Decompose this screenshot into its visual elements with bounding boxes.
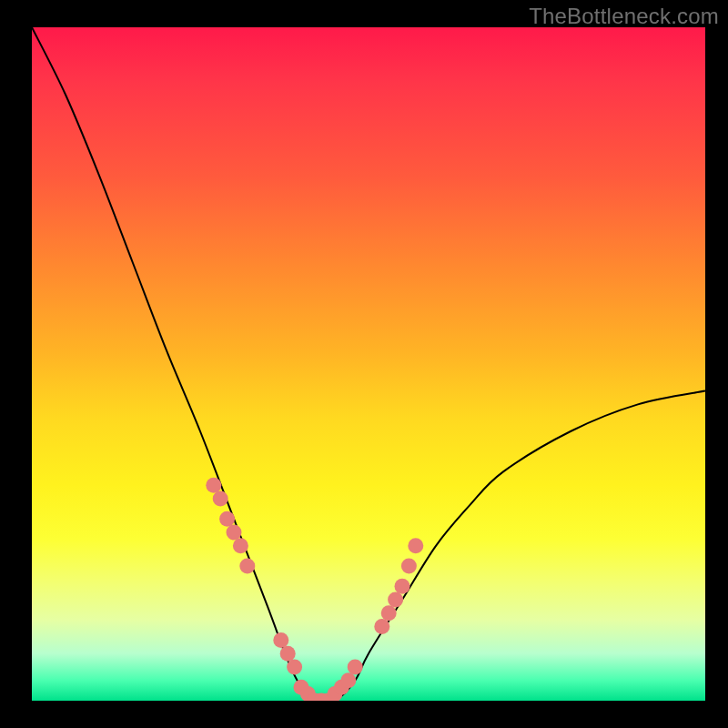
chart-frame: TheBottleneck.com <box>0 0 728 728</box>
marker-dot <box>401 559 417 574</box>
curve-layer <box>32 27 705 701</box>
marker-dot <box>287 660 302 675</box>
marker-dot <box>381 605 397 621</box>
marker-dot <box>374 619 389 634</box>
marker-dot <box>340 672 356 688</box>
marker-dot <box>388 592 403 608</box>
marker-dot <box>280 646 296 662</box>
marker-dot <box>233 538 248 553</box>
marker-dot <box>213 491 228 507</box>
marker-dots <box>206 478 423 701</box>
marker-dot <box>273 632 288 648</box>
marker-dot <box>206 478 221 493</box>
marker-dot <box>239 559 255 574</box>
marker-dot <box>219 511 235 527</box>
marker-dot <box>348 660 363 675</box>
plot-area <box>32 27 705 701</box>
bottleneck-curve <box>32 27 705 701</box>
marker-dot <box>408 538 423 553</box>
watermark-text: TheBottleneck.com <box>529 4 719 29</box>
marker-dot <box>227 525 242 541</box>
marker-dot <box>395 579 410 594</box>
